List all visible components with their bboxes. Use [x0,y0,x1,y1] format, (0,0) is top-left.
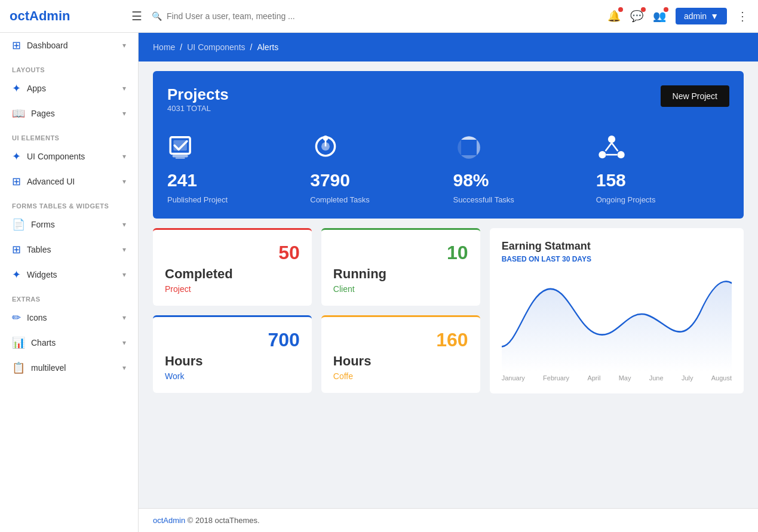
sidebar-item-forms[interactable]: 📄 Forms ▾ [0,212,138,237]
chart-label-feb: February [543,374,569,382]
breadcrumb-home[interactable]: Home [153,42,175,52]
running-sub: Client [333,284,468,294]
breadcrumb-sep1: / [180,42,182,52]
chart-labels: January February April May June July Aug… [502,374,732,382]
breadcrumb: Home / UI Components / Alerts [139,33,758,61]
top-navigation: octAdmin ☰ 🔍 🔔 💬 👥 admin ▼ ⋮ [0,0,758,33]
project-stat-successful: 98% Successfull Tasks [453,132,587,204]
message-icon[interactable]: 💬 [630,10,643,23]
chevron-down-icon: ▾ [122,245,126,254]
breadcrumb-ui-components[interactable]: UI Components [187,42,245,52]
earning-title: Earning Statmant [502,240,732,253]
sidebar-item-pages[interactable]: 📖 Pages ▾ [0,101,138,126]
sidebar-item-icons[interactable]: ✏ Icons ▾ [0,305,138,330]
forms-section-label: FORMS TABLES & WIDGETS [0,194,138,212]
sidebar-item-tables[interactable]: ⊞ Tables ▾ [0,237,138,262]
widgets-icon: ✦ [12,268,21,281]
published-project-icon [167,132,198,163]
chart-label-jul: July [682,374,693,382]
chevron-down-icon: ▾ [122,339,126,347]
chevron-down-icon: ▾ [122,364,126,372]
project-stat-value: 98% [453,170,587,190]
chart-label-apr: April [587,374,600,382]
sidebar-item-charts[interactable]: 📊 Charts ▾ [0,330,138,355]
apps-icon: ✦ [12,82,21,95]
project-stat-ongoing: 158 Ongoing Projects [596,132,729,204]
sidebar-item-label: Apps [27,84,116,93]
svg-point-8 [465,144,471,150]
svg-point-10 [599,151,606,158]
chevron-down-icon: ▾ [122,270,126,279]
charts-icon: 📊 [12,336,25,349]
ui-components-icon: ✦ [12,150,21,163]
sidebar-item-ui-components[interactable]: ✦ UI Components ▾ [0,144,138,169]
chevron-down-icon: ▾ [122,220,126,229]
stat-card-running: 10 Running Client [321,228,480,306]
sidebar-item-apps[interactable]: ✦ Apps ▾ [0,76,138,101]
project-stat-label: Successfull Tasks [453,195,587,204]
more-options-icon[interactable]: ⋮ [736,9,748,23]
successful-tasks-icon [453,132,484,163]
advanced-ui-icon: ⊞ [12,175,21,188]
multilevel-icon: 📋 [12,361,25,374]
chevron-down-icon: ▾ [122,41,126,50]
stat-card-hours-work: 700 Hours Work [153,315,312,393]
chevron-down-icon: ▾ [122,313,126,322]
project-stat-label: Published Project [167,195,300,204]
sidebar-item-multilevel[interactable]: 📋 multilevel ▾ [0,355,138,380]
sidebar-item-label: Forms [31,220,116,229]
admin-button[interactable]: admin ▼ [676,8,727,24]
users-badge [664,7,668,12]
projects-total: 4031 TOTAL [167,104,229,113]
sidebar-item-label: Icons [27,313,116,322]
hours-coffe-sub: Coffe [333,371,468,381]
running-number: 10 [333,242,468,264]
svg-line-13 [612,143,618,151]
sidebar-item-label: Advanced UI [27,177,116,186]
sidebar: ⊞ Dashboard ▾ LAYOUTS ✦ Apps ▾ 📖 Pages ▾… [0,33,139,532]
project-stat-label: Ongoing Projects [596,195,729,204]
chart-svg [502,270,732,372]
project-stat-label: Completed Tasks [310,195,443,204]
project-stat-published: 241 Published Project [167,132,300,204]
svg-line-12 [605,143,611,151]
projects-card: Projects 4031 TOTAL New Project [153,71,744,219]
users-icon[interactable]: 👥 [653,10,666,23]
projects-card-header: Projects 4031 TOTAL New Project [167,85,729,130]
page-body: Projects 4031 TOTAL New Project [139,61,758,508]
forms-icon: 📄 [12,218,25,231]
search-icon: 🔍 [152,11,162,21]
project-stat-value: 3790 [310,170,443,190]
ongoing-projects-icon [596,132,627,163]
footer-brand-link[interactable]: octAdmin [153,516,185,525]
sidebar-item-advanced-ui[interactable]: ⊞ Advanced UI ▾ [0,169,138,194]
search-bar: 🔍 [152,11,607,21]
new-project-button[interactable]: New Project [661,85,729,107]
hamburger-menu-icon[interactable]: ☰ [131,9,142,23]
completed-title: Completed [165,266,300,282]
notification-bell-icon[interactable]: 🔔 [607,10,621,23]
sidebar-item-label: Charts [31,338,116,348]
earning-card: Earning Statmant BASED ON LAST 30 DAYS [490,228,744,393]
sidebar-item-widgets[interactable]: ✦ Widgets ▾ [0,262,138,287]
chart-label-aug: August [711,374,732,382]
chevron-down-icon: ▾ [122,109,126,118]
search-input[interactable] [167,11,322,21]
project-stat-completed: 3790 Completed Tasks [310,132,443,204]
ui-elements-section-label: UI ELEMENTS [0,126,138,144]
project-stat-value: 158 [596,170,729,190]
stat-card-completed: 50 Completed Project [153,228,312,306]
chart-label-may: May [619,374,631,382]
hours-coffe-number: 160 [333,329,468,351]
sidebar-item-label: Widgets [27,270,116,279]
project-stat-value: 241 [167,170,300,190]
breadcrumb-sep2: / [250,42,253,52]
chevron-down-icon: ▾ [122,84,126,93]
main-content: Home / UI Components / Alerts Projects 4… [139,33,758,532]
svg-rect-2 [173,155,188,157]
breadcrumb-current: Alerts [257,42,278,52]
chevron-down-icon: ▾ [122,177,126,186]
svg-rect-3 [176,157,185,159]
sidebar-item-dashboard[interactable]: ⊞ Dashboard ▾ [0,33,138,58]
hours-work-number: 700 [165,329,300,351]
